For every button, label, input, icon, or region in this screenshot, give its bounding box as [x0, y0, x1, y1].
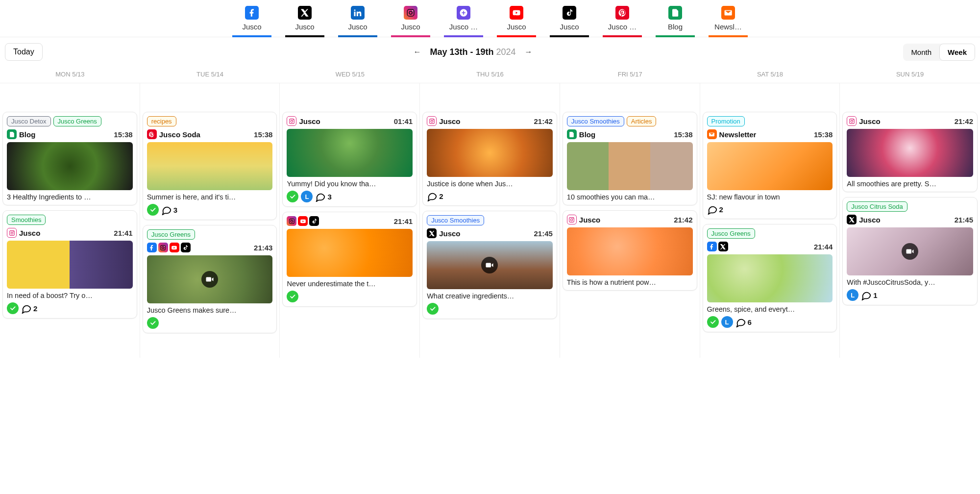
ig-line-icon — [287, 116, 296, 126]
ig-line-icon — [567, 215, 577, 224]
account-name: Blog — [579, 130, 595, 139]
approved-badge — [147, 204, 159, 216]
channel-x[interactable]: Jusco — [288, 6, 321, 37]
post-card[interactable]: Jusco21:42All smoothies are pretty. S… — [842, 112, 978, 192]
post-thumbnail — [567, 142, 693, 190]
post-caption: Never underestimate the t… — [287, 280, 413, 288]
post-card[interactable]: Jusco Greens21:43Jusco Greens makes sure… — [143, 225, 277, 333]
post-caption: Summer is here, and it's ti… — [147, 193, 273, 201]
channel-underline — [285, 35, 324, 37]
channel-yt[interactable]: Jusco — [500, 6, 533, 37]
post-card[interactable]: Jusco Greens21:44Greens, spice, and ever… — [703, 224, 837, 332]
comment-count[interactable]: 2 — [707, 204, 723, 215]
post-caption: 10 smoothies you can ma… — [567, 193, 693, 201]
channel-underline — [232, 35, 271, 37]
post-card[interactable]: SmoothiesJusco21:41In need of a boost? T… — [2, 210, 137, 319]
channel-underline — [338, 35, 377, 37]
comment-count[interactable]: 2 — [427, 191, 443, 201]
channel-pin[interactable]: Jusco … — [606, 6, 639, 37]
ig-icon — [158, 243, 168, 252]
x-icon — [298, 6, 312, 20]
post-card[interactable]: Jusco SmoothiesJusco21:45What creative i… — [422, 211, 557, 319]
account-row: Jusco21:42 — [847, 116, 973, 126]
post-thumbnail — [147, 255, 273, 303]
blog-icon — [567, 129, 577, 139]
post-time: 21:41 — [114, 229, 132, 237]
tt-icon — [309, 216, 319, 226]
today-button[interactable]: Today — [5, 43, 43, 61]
channel-label: Jusco — [560, 23, 579, 31]
status-row: 2 — [427, 191, 553, 201]
fb-icon — [245, 6, 259, 20]
channel-li[interactable]: Jusco — [341, 6, 374, 37]
post-card[interactable]: Jusco SmoothiesArticlesBlog15:3810 smoot… — [563, 112, 697, 205]
platform-icons — [287, 216, 319, 226]
day-column: Jusco01:41Yummy! Did you know tha…L321:4… — [280, 83, 420, 358]
video-badge — [902, 243, 918, 260]
card-tags: Jusco SmoothiesArticles — [567, 116, 693, 126]
tag: Jusco Greens — [707, 228, 755, 239]
status-row: 2 — [7, 302, 133, 314]
post-time: 21:42 — [674, 216, 692, 224]
post-card[interactable]: Jusco DetoxJusco GreensBlog15:383 Health… — [2, 112, 137, 205]
approved-badge — [287, 291, 298, 302]
post-card[interactable]: recipesJusco Soda15:38Summer is here, an… — [143, 112, 277, 220]
post-thumbnail — [7, 142, 133, 190]
card-tags: Jusco Greens — [147, 229, 273, 240]
comment-count[interactable]: 6 — [735, 317, 752, 327]
channel-fb[interactable]: Jusco — [235, 6, 269, 37]
ig-line-icon — [427, 116, 437, 126]
post-time: 15:38 — [114, 130, 132, 139]
status-row: L3 — [287, 191, 413, 202]
day-column: PromotionNewsletter15:38SJ: new flavour … — [700, 83, 840, 358]
post-time: 21:44 — [814, 243, 833, 251]
post-card[interactable]: PromotionNewsletter15:38SJ: new flavour … — [703, 112, 837, 219]
post-card[interactable]: Jusco Citrus SodaJusco21:45With #JuscoCi… — [842, 197, 978, 305]
status-row: 2 — [707, 204, 833, 215]
post-time: 21:41 — [394, 217, 413, 225]
comment-count[interactable]: 2 — [21, 303, 37, 314]
platform-icons — [147, 243, 191, 252]
channel-label: Jusco … — [449, 23, 478, 31]
tag: Articles — [627, 116, 657, 126]
channel-tt[interactable]: Jusco — [553, 6, 586, 37]
post-caption: What creative ingredients… — [427, 292, 553, 300]
month-view-button[interactable]: Month — [903, 44, 939, 61]
comment-count[interactable]: 1 — [861, 290, 877, 300]
approved-badge — [287, 191, 298, 202]
prev-week-arrow[interactable]: ← — [413, 48, 421, 56]
card-tags: Promotion — [707, 116, 833, 126]
tag: Jusco Citrus Soda — [847, 201, 907, 212]
account-row: Blog15:38 — [567, 129, 693, 139]
next-week-arrow[interactable]: → — [525, 48, 533, 56]
account-row: 21:43 — [147, 243, 273, 252]
comment-count[interactable]: 3 — [315, 191, 331, 202]
post-caption: 3 Healthy Ingredients to … — [7, 193, 133, 201]
week-view-button[interactable]: Week — [939, 44, 975, 61]
tt-icon — [563, 6, 576, 20]
post-caption: SJ: new flavour in town — [707, 193, 833, 201]
view-toggle: Month Week — [903, 44, 975, 61]
post-card[interactable]: Jusco01:41Yummy! Did you know tha…L3 — [282, 112, 417, 207]
day-column: recipesJusco Soda15:38Summer is here, an… — [140, 83, 280, 358]
post-card[interactable]: 21:41Never underestimate the t… — [282, 212, 417, 307]
day-header: SUN 5/19 — [840, 67, 980, 83]
channel-blog[interactable]: Blog — [659, 6, 692, 37]
calendar-grid: Jusco DetoxJusco GreensBlog15:383 Health… — [0, 83, 980, 358]
post-time: 21:42 — [534, 117, 552, 125]
tt-icon — [181, 243, 191, 252]
comment-count[interactable]: 3 — [161, 204, 177, 215]
channel-label: Blog — [668, 23, 683, 31]
channel-underline — [497, 35, 536, 37]
account-row: Jusco01:41 — [287, 116, 413, 126]
post-card[interactable]: Jusco21:42This is how a nutrient pow… — [563, 210, 697, 291]
post-card[interactable]: Jusco21:42Justice is done when Jus…2 — [422, 112, 557, 206]
day-header: TUE 5/14 — [140, 67, 280, 83]
post-time: 21:42 — [955, 117, 973, 125]
channel-ig[interactable]: Jusco — [394, 6, 427, 37]
account-row: Blog15:38 — [7, 129, 133, 139]
channel-gb[interactable]: Jusco … — [447, 6, 480, 37]
status-row: L6 — [707, 316, 833, 328]
account-row: Jusco21:45 — [427, 228, 553, 238]
channel-nl[interactable]: Newsl… — [711, 6, 745, 37]
